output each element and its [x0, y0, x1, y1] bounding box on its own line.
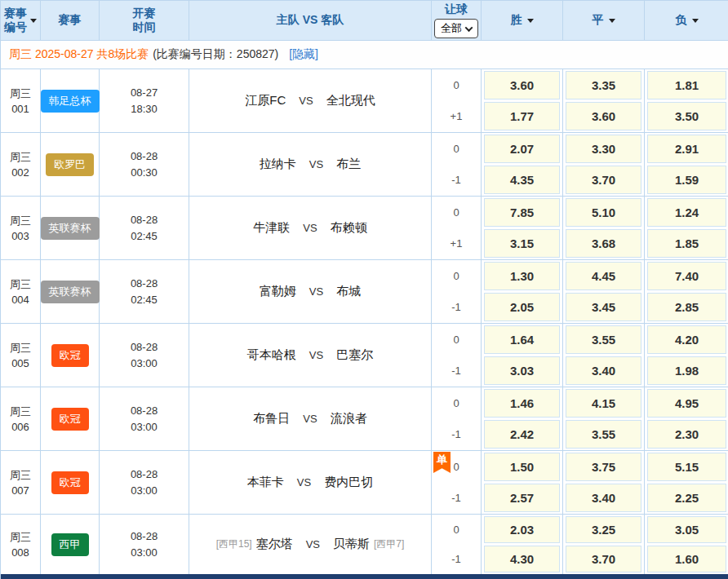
match-code-note: (比赛编号日期：250827): [153, 47, 278, 62]
odds-lose-line1[interactable]: 1.98: [647, 356, 726, 385]
header-match-number-sort[interactable]: 赛事 编号: [1, 1, 41, 40]
odds-win-line0[interactable]: 1.46: [484, 389, 560, 418]
league-badge[interactable]: 欧冠: [51, 408, 89, 431]
odds-win-line0[interactable]: 1.50: [484, 453, 560, 481]
time-cell: 08-28 02:45: [100, 197, 189, 259]
odds-win-line0[interactable]: 2.07: [484, 135, 560, 163]
table-row: 周三 008 西甲 08-28 03:00 [西甲15] 塞尔塔 VS 贝蒂斯 …: [1, 515, 728, 574]
match-time: 18:30: [131, 101, 158, 117]
league-badge[interactable]: 英联赛杯: [41, 217, 100, 240]
table-row: 周三 006 欧冠 08-28 03:00 布鲁日 VS 流浪者 0 -1 1.…: [1, 387, 728, 451]
odds-draw-line0[interactable]: 3.75: [566, 453, 641, 481]
odds-lose-line1[interactable]: 3.50: [647, 102, 726, 130]
odds-win-line0[interactable]: 1.64: [484, 325, 560, 354]
odds-win-line0[interactable]: 7.85: [484, 198, 560, 227]
teams-cell: 哥本哈根 VS 巴塞尔: [189, 324, 432, 387]
handicap-line-1: -1: [432, 545, 481, 575]
league-badge[interactable]: 欧冠: [51, 344, 89, 367]
teams-cell: [西甲15] 塞尔塔 VS 贝蒂斯 [西甲7]: [189, 515, 432, 574]
odds-draw-line1[interactable]: 3.55: [566, 420, 641, 449]
odds-lose-line1[interactable]: 2.25: [647, 484, 726, 512]
away-rank-tag: [西甲7]: [374, 537, 404, 551]
odds-lose-line1[interactable]: 1.85: [647, 229, 726, 258]
league-badge[interactable]: 英联赛杯: [41, 281, 100, 303]
odds-win-line1[interactable]: 3.03: [484, 356, 560, 385]
league-cell: 欧冠: [41, 387, 100, 450]
odds-draw-line1[interactable]: 3.60: [566, 102, 641, 130]
odds-win-line1[interactable]: 4.35: [484, 166, 560, 194]
draw-odds-cell: 4.15 3.55: [563, 387, 645, 450]
league-badge[interactable]: 西甲: [51, 533, 89, 556]
odds-lose-line0[interactable]: 7.40: [647, 262, 726, 290]
odds-lose-line0[interactable]: 5.15: [647, 453, 726, 481]
match-day: 周三: [10, 86, 31, 101]
odds-lose-line1[interactable]: 2.85: [647, 293, 726, 321]
odds-win-line1[interactable]: 1.77: [484, 102, 560, 130]
lose-odds-cell: 1.81 3.50: [645, 69, 728, 132]
teams-cell: 布鲁日 VS 流浪者: [189, 387, 432, 450]
table-row: 周三 003 英联赛杯 08-28 02:45 牛津联 VS 布赖顿 0 +1 …: [1, 197, 728, 260]
league-badge[interactable]: 欧罗巴: [46, 153, 94, 176]
sort-arrow-icon: [609, 19, 615, 23]
odds-draw-line0[interactable]: 4.15: [566, 389, 641, 418]
handicap-line-0: 0: [432, 260, 481, 292]
header-time: 开赛 时间: [100, 1, 189, 40]
odds-draw-line0[interactable]: 3.25: [566, 516, 641, 543]
odds-lose-line0[interactable]: 3.05: [647, 516, 726, 543]
odds-lose-line0[interactable]: 2.91: [647, 135, 726, 163]
handicap-cell: 0 +1: [432, 197, 482, 259]
match-date: 08-28: [131, 466, 158, 483]
header-lose-sort[interactable]: 负: [645, 1, 728, 40]
odds-draw-line0[interactable]: 5.10: [566, 198, 641, 227]
odds-lose-line1[interactable]: 2.30: [647, 420, 726, 449]
home-team: 富勒姆: [260, 284, 296, 299]
table-row: 周三 001 韩足总杯 08-27 18:30 江原FC VS 全北现代 0 +…: [1, 69, 728, 133]
odds-win-line1[interactable]: 4.30: [484, 546, 560, 572]
odds-draw-line0[interactable]: 3.55: [566, 325, 641, 354]
handicap-line-0: 0: [432, 387, 481, 419]
odds-lose-line0[interactable]: 1.24: [647, 198, 726, 227]
league-badge[interactable]: 韩足总杯: [41, 90, 100, 113]
match-number-cell: 周三 005: [1, 324, 41, 387]
header-draw-sort[interactable]: 平: [563, 1, 645, 40]
teams-cell: 本菲卡 VS 费内巴切: [189, 451, 432, 514]
time-cell: 08-28 02:45: [100, 260, 189, 323]
odds-win-line1[interactable]: 3.15: [484, 229, 560, 258]
odds-win-line1[interactable]: 2.57: [484, 484, 560, 512]
time-cell: 08-28 03:00: [100, 515, 189, 574]
odds-draw-line1[interactable]: 3.40: [566, 356, 641, 385]
odds-win-line1[interactable]: 2.05: [484, 293, 560, 321]
odds-draw-line1[interactable]: 3.45: [566, 293, 641, 321]
odds-draw-line0[interactable]: 3.30: [566, 135, 641, 163]
odds-win-line0[interactable]: 3.60: [484, 71, 560, 99]
odds-win-line0[interactable]: 1.30: [484, 262, 560, 290]
match-day: 周三: [10, 529, 31, 545]
match-number: 007: [11, 483, 29, 498]
odds-lose-line0[interactable]: 1.81: [647, 71, 726, 99]
odds-draw-line1[interactable]: 3.70: [566, 546, 641, 572]
vs-label: VS: [303, 413, 317, 425]
header-win-sort[interactable]: 胜: [482, 1, 563, 40]
home-team: 牛津联: [253, 220, 290, 236]
odds-lose-line0[interactable]: 4.95: [647, 389, 726, 418]
odds-lose-line1[interactable]: 1.59: [647, 166, 726, 194]
odds-lose-line0[interactable]: 4.20: [647, 325, 726, 354]
odds-win-line1[interactable]: 2.42: [484, 420, 560, 449]
handicap-filter-select[interactable]: 全部: [434, 19, 478, 38]
hide-link[interactable]: [隐藏]: [289, 47, 318, 62]
match-date: 08-28: [131, 403, 158, 419]
odds-draw-line0[interactable]: 3.35: [566, 71, 641, 99]
away-team: 流浪者: [331, 411, 367, 427]
odds-lose-line1[interactable]: 1.60: [647, 546, 726, 572]
odds-draw-line1[interactable]: 3.68: [566, 229, 641, 258]
match-number-cell: 周三 008: [1, 515, 41, 574]
odds-draw-line1[interactable]: 3.70: [566, 166, 641, 194]
handicap-cell: 单 0 -1: [432, 451, 482, 514]
odds-draw-line0[interactable]: 4.45: [566, 262, 641, 290]
league-badge[interactable]: 欧冠: [51, 471, 89, 494]
odds-win-line0[interactable]: 2.03: [484, 516, 560, 543]
teams-cell: 牛津联 VS 布赖顿: [189, 197, 432, 259]
odds-draw-line1[interactable]: 3.40: [566, 484, 641, 512]
lose-odds-cell: 4.20 1.98: [645, 324, 728, 387]
match-time: 03:00: [131, 483, 158, 499]
